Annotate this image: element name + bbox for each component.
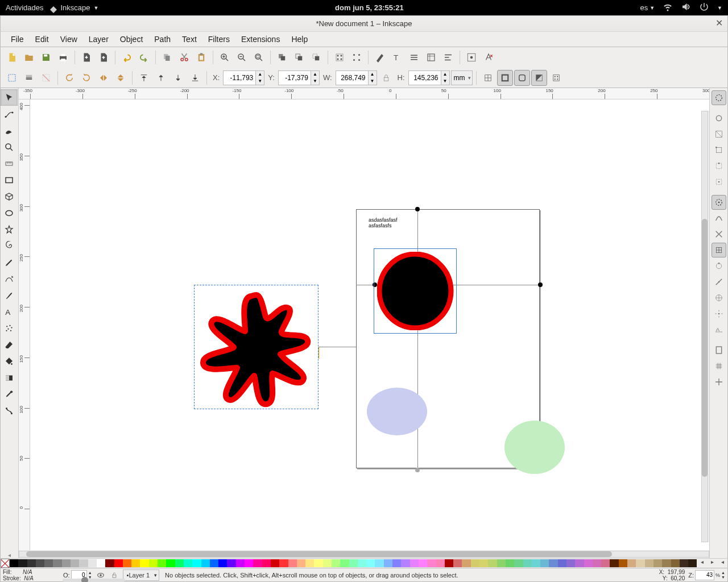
color-swatch[interactable] [27, 559, 36, 567]
snap-bbox-edge-button[interactable] [712, 127, 726, 142]
rotate-cw-button[interactable] [78, 70, 94, 86]
clone-button[interactable] [291, 49, 307, 65]
new-document-button[interactable] [4, 49, 20, 65]
color-swatch[interactable] [166, 559, 175, 567]
print-button[interactable] [55, 49, 71, 65]
h-input[interactable] [408, 70, 441, 85]
color-swatch[interactable] [332, 559, 340, 567]
clock[interactable]: dom jun 5, 23:55:21 [98, 3, 640, 12]
text-tool[interactable]: A [1, 304, 18, 320]
snap-bbox-corner-button[interactable] [712, 143, 726, 157]
star-shape[interactable] [194, 285, 319, 410]
canvas-text-object[interactable]: asdasfasfasf asfasfasfs [369, 217, 398, 228]
bezier-tool[interactable] [1, 271, 18, 287]
color-swatch[interactable] [340, 559, 349, 567]
color-swatch[interactable] [358, 559, 366, 567]
layer-selector[interactable]: •Layer 1 [123, 569, 160, 581]
palette-scroll-left[interactable]: ◂ [697, 559, 707, 568]
rectangle-tool[interactable] [1, 172, 18, 188]
y-spinbox[interactable]: ▲▼ [278, 70, 320, 86]
color-swatch[interactable] [471, 559, 479, 567]
color-swatch[interactable] [540, 559, 549, 567]
color-swatch[interactable] [210, 559, 218, 567]
raise-button[interactable] [153, 70, 169, 86]
select-all-button[interactable] [4, 70, 20, 86]
color-swatch[interactable] [584, 559, 593, 567]
import-button[interactable] [78, 49, 94, 65]
unlink-clone-button[interactable] [308, 49, 324, 65]
lock-aspect-button[interactable] [378, 70, 394, 86]
color-swatch[interactable] [593, 559, 601, 567]
color-swatch[interactable] [314, 559, 322, 567]
circle-shape[interactable] [377, 252, 454, 330]
canvas[interactable]: asdasfasfasf asfasfasfs [30, 99, 709, 550]
palette-menu-button[interactable]: ◂ [717, 559, 727, 568]
color-swatch[interactable] [236, 559, 245, 567]
chevron-down-icon[interactable]: ▼ [717, 5, 722, 11]
color-swatch[interactable] [453, 559, 462, 567]
fill-stroke-dialog-button[interactable] [372, 49, 388, 65]
xml-editor-button[interactable] [423, 49, 439, 65]
menu-view[interactable]: View [55, 32, 83, 46]
y-input[interactable] [278, 70, 311, 85]
snap-text-baseline-button[interactable]: A [712, 322, 726, 337]
color-swatch[interactable] [488, 559, 497, 567]
spin-up-icon[interactable]: ▲ [369, 71, 377, 78]
redo-button[interactable] [136, 49, 152, 65]
zoom-input[interactable] [695, 570, 714, 580]
color-swatch[interactable] [36, 559, 44, 567]
color-swatch[interactable] [79, 559, 88, 567]
fill-stroke-indicator[interactable]: Fill: N/A Stroke: N/A [3, 569, 60, 581]
vertical-ruler[interactable]: 400350300250200150100500 [19, 99, 30, 550]
menu-filters[interactable]: Filters [202, 32, 235, 46]
zoom-tool[interactable] [1, 139, 18, 155]
color-swatch[interactable] [218, 559, 227, 567]
group-button[interactable] [332, 49, 348, 65]
color-swatch[interactable] [523, 559, 532, 567]
snap-bbox-midpoint-button[interactable] [712, 159, 726, 173]
zoom-in-button[interactable] [217, 49, 233, 65]
spiral-tool[interactable] [1, 238, 18, 254]
color-swatch[interactable] [610, 559, 618, 567]
color-swatch[interactable] [201, 559, 210, 567]
menu-text[interactable]: Text [176, 32, 202, 46]
snap-line-midpoint-button[interactable] [712, 275, 726, 289]
menu-path[interactable]: Path [148, 32, 176, 46]
duplicate-button[interactable] [274, 49, 290, 65]
activities-button[interactable]: Actividades [6, 3, 43, 12]
snap-grid-button[interactable] [712, 359, 726, 373]
wifi-icon[interactable] [663, 2, 673, 14]
guide-pin-icon[interactable] [415, 468, 420, 472]
color-swatch[interactable] [262, 559, 271, 567]
power-icon[interactable] [699, 2, 709, 14]
color-swatch[interactable] [532, 559, 540, 567]
deselect-button[interactable] [38, 70, 54, 86]
keyboard-layout-indicator[interactable]: es ▼ [640, 3, 655, 12]
spray-tool[interactable] [1, 320, 18, 336]
color-swatch[interactable] [671, 559, 680, 567]
ungroup-button[interactable] [349, 49, 365, 65]
spin-down-icon[interactable]: ▼ [721, 575, 725, 580]
snap-bbox-center-button[interactable] [712, 174, 726, 189]
color-swatch[interactable] [140, 559, 148, 567]
node-tool[interactable] [1, 106, 18, 122]
zoom-fit-button[interactable] [251, 49, 267, 65]
lower-bottom-button[interactable] [187, 70, 203, 86]
menu-help[interactable]: Help [286, 32, 313, 46]
paste-button[interactable] [193, 49, 209, 65]
snap-enable-button[interactable] [712, 90, 726, 105]
affect-pattern-button[interactable] [548, 70, 564, 86]
horizontal-scrollbar[interactable] [19, 550, 709, 558]
color-swatch[interactable] [506, 559, 514, 567]
color-swatch[interactable] [227, 559, 235, 567]
flip-horizontal-button[interactable] [96, 70, 111, 86]
affect-corners-button[interactable] [514, 70, 530, 86]
color-swatch[interactable] [114, 559, 123, 567]
raise-top-button[interactable] [136, 70, 152, 86]
color-swatch[interactable] [105, 559, 114, 567]
document-properties-button[interactable] [481, 49, 497, 65]
snap-intersection-button[interactable] [712, 227, 726, 242]
snap-path-button[interactable] [712, 211, 726, 226]
color-swatch[interactable] [192, 559, 201, 567]
color-swatch[interactable] [392, 559, 401, 567]
